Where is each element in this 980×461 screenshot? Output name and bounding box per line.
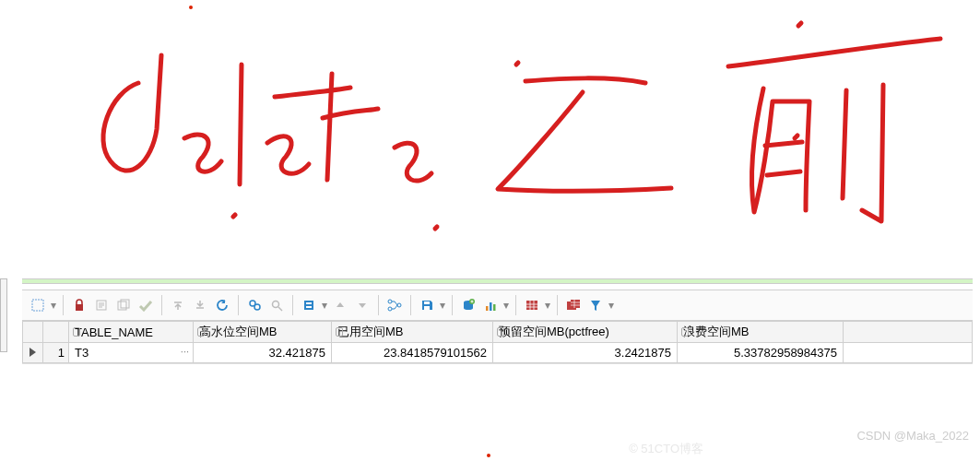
save-icon[interactable] [417,295,437,315]
header-row: TABLE_NAME 高水位空间MB 已用空间MB 预留空间MB(pctfree… [23,322,973,343]
dock-stub[interactable] [0,278,7,352]
svg-rect-22 [526,301,537,310]
dropdown-icon[interactable]: ▾ [321,299,328,312]
grid-stack-icon[interactable] [563,295,584,315]
row-number: 1 [43,343,69,363]
svg-rect-4 [121,300,129,308]
single-record-icon[interactable] [299,295,319,315]
content-panel: ▾ ▾ ▾ ▾ [22,290,973,446]
col-table-name[interactable]: TABLE_NAME [69,322,194,343]
red-dot [487,454,490,457]
table-row[interactable]: 1 T3··· 32.421875 23.8418579101562 3.242… [23,343,973,363]
dropdown-icon[interactable]: ▾ [544,299,551,312]
svg-point-7 [273,301,279,308]
svg-point-12 [388,300,392,303]
cell-pctfree[interactable]: 3.2421875 [493,343,678,363]
svg-rect-16 [424,306,430,310]
find-icon[interactable] [244,295,265,315]
svg-rect-21 [493,304,496,311]
dropdown-icon[interactable]: ▾ [50,299,57,312]
handwriting-svg [0,0,980,258]
svg-rect-15 [424,301,430,304]
grid-icon[interactable] [522,295,542,315]
col-used[interactable]: 已用空间MB [332,322,493,343]
collapse-up-icon[interactable] [168,295,188,315]
svg-rect-0 [32,300,43,311]
fetch-page-icon[interactable] [91,295,112,315]
svg-rect-19 [486,306,489,311]
svg-rect-3 [118,301,126,310]
filter-funnel-icon[interactable] [585,295,606,315]
grid-toolbar: ▾ ▾ ▾ ▾ [22,290,973,321]
cell-editor-icon[interactable]: ··· [181,346,189,357]
watermark-csdn: CSDN @Maka_2022 [856,429,969,443]
select-rect-icon[interactable] [28,295,48,315]
col-pctfree[interactable]: 预留空间MB(pctfree) [493,322,678,343]
dropdown-icon[interactable]: ▾ [608,299,615,312]
svg-rect-9 [304,301,313,310]
data-grid[interactable]: TABLE_NAME 高水位空间MB 已用空间MB 预留空间MB(pctfree… [22,321,973,364]
svg-rect-1 [76,304,83,311]
svg-rect-11 [306,306,312,308]
commit-icon[interactable] [136,295,156,315]
svg-point-14 [397,303,401,307]
svg-rect-20 [490,302,492,311]
divider-bar [22,278,973,284]
col-wasted[interactable]: 浪费空间MB [678,322,844,343]
svg-point-6 [254,304,260,310]
col-hwm[interactable]: 高水位空间MB [194,322,332,343]
collapse-down-icon[interactable] [190,295,210,315]
row-indicator[interactable] [23,343,43,363]
nav-down-icon[interactable] [352,295,372,315]
svg-rect-10 [306,302,312,304]
refresh-icon[interactable] [212,295,232,315]
svg-rect-24 [571,300,580,308]
cell-hwm[interactable]: 32.421875 [194,343,332,363]
cell-used[interactable]: 23.8418579101562 [332,343,493,363]
cell-table-name[interactable]: T3··· [69,343,194,363]
watermark-51cto: © 51CTO博客 [629,441,703,457]
fetch-all-icon[interactable] [113,295,134,315]
dropdown-icon[interactable]: ▾ [502,299,510,312]
red-dot [189,6,193,9]
lock-icon[interactable] [69,295,89,315]
svg-line-8 [278,307,282,311]
svg-point-13 [388,307,392,311]
cell-wasted[interactable]: 5.33782958984375 [678,343,844,363]
nav-up-icon[interactable] [330,295,350,315]
dropdown-icon[interactable]: ▾ [439,299,446,312]
export-db-icon[interactable] [458,295,478,315]
handwriting-annotation [0,0,980,258]
link-query-icon[interactable] [384,295,405,315]
find-next-icon[interactable] [266,295,287,315]
chart-icon[interactable] [480,295,501,315]
